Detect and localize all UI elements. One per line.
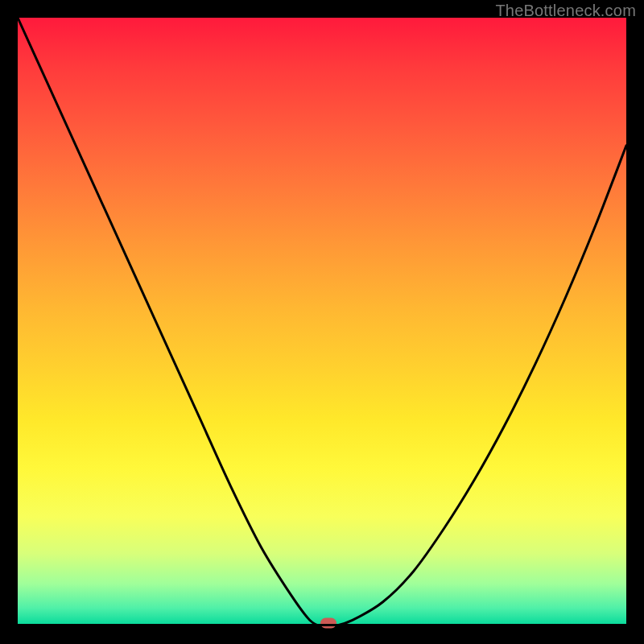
bottleneck-curve [18,18,626,626]
plot-area [18,18,626,626]
baseline [18,624,626,626]
chart-frame: TheBottleneck.com [0,0,644,644]
watermark-text: TheBottleneck.com [495,2,636,20]
optimal-marker [320,618,336,629]
